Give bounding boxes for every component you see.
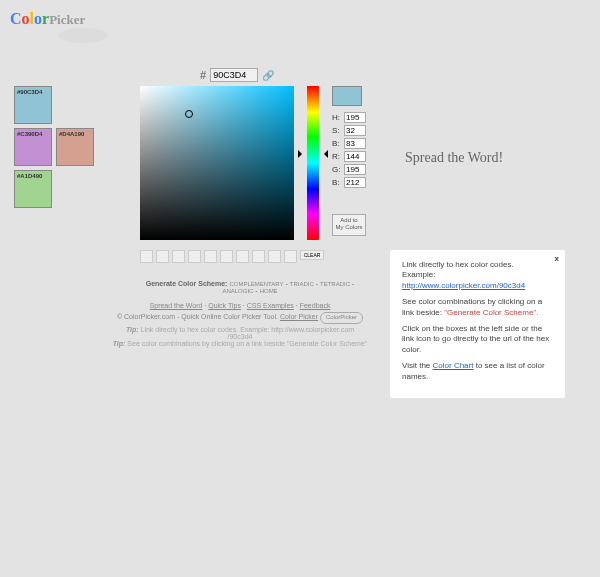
channel-inputs: H: S: B: R: G: B: xyxy=(332,112,366,190)
logo-cloud xyxy=(58,28,108,43)
scheme-link-analogic[interactable]: ANALOGIC xyxy=(222,288,253,294)
g-input[interactable] xyxy=(344,164,366,175)
info-p1: Link directly to hex color codes. xyxy=(402,260,514,269)
hue-slider[interactable] xyxy=(307,86,319,240)
history-slot[interactable] xyxy=(284,250,297,263)
link-icon[interactable]: 🔗 xyxy=(262,70,274,81)
close-icon[interactable]: x xyxy=(555,254,559,264)
info-p4a: Visit the xyxy=(402,361,433,370)
history-slot[interactable] xyxy=(140,250,153,263)
footer-link[interactable]: Spread the Word xyxy=(150,302,203,309)
footer: Spread the Word · Quick Tips · CSS Examp… xyxy=(100,300,380,324)
bl-label: B: xyxy=(332,178,344,187)
swatch-label: #C390D4 xyxy=(17,131,42,137)
swatch-label: #90C3D4 xyxy=(17,89,42,95)
tip-2-text: See color combinations by clicking on a … xyxy=(127,340,285,347)
hue-indicator-left xyxy=(298,150,306,158)
br-input[interactable] xyxy=(344,138,366,149)
swatch-3[interactable]: #A1D490 xyxy=(14,170,52,208)
tip-label: Tip: xyxy=(126,326,139,333)
info-p3: Click on the boxes at the left side or t… xyxy=(402,324,553,355)
hue-indicator-right xyxy=(320,150,328,158)
example-url-link[interactable]: http://www.colorpicker.com/90c3d4 xyxy=(402,281,525,290)
br-label: B: xyxy=(332,139,344,148)
r-label: R: xyxy=(332,152,344,161)
hex-input-area: # 🔗 xyxy=(200,68,274,82)
swatch-1[interactable]: #C390D4 xyxy=(14,128,52,166)
add-btn-line2: My Colors xyxy=(335,224,362,230)
footer-link[interactable]: CSS Examples xyxy=(247,302,294,309)
spread-the-word-heading: Spread the Word! xyxy=(405,150,503,166)
tip-2-quote: "Generate Color Scheme" xyxy=(287,340,367,347)
tip-label: Tip: xyxy=(113,340,126,347)
s-input[interactable] xyxy=(344,125,366,136)
picker-handle[interactable] xyxy=(185,110,193,118)
bl-input[interactable] xyxy=(344,177,366,188)
scheme-link-home[interactable]: HOME xyxy=(260,288,278,294)
hash-label: # xyxy=(200,69,206,81)
footer-link[interactable]: Quick Tips xyxy=(208,302,241,309)
info-p2b: "Generate Color Scheme". xyxy=(444,308,538,317)
history-slot[interactable] xyxy=(156,250,169,263)
scheme-title: Generate Color Scheme: xyxy=(146,280,228,287)
history-slot[interactable] xyxy=(220,250,233,263)
logo[interactable]: ColorPicker xyxy=(10,10,130,40)
color-preview xyxy=(332,86,362,106)
swatch-label: #A1D490 xyxy=(17,173,42,179)
history-slot[interactable] xyxy=(188,250,201,263)
history-slot[interactable] xyxy=(268,250,281,263)
info-p1-ex: Example: xyxy=(402,270,435,279)
swatch-0[interactable]: #90C3D4 xyxy=(14,86,52,124)
scheme-link-triadic[interactable]: TRIADIC xyxy=(290,281,314,287)
g-label: G: xyxy=(332,165,344,174)
h-label: H: xyxy=(332,113,344,122)
clear-button[interactable]: CLEAR xyxy=(300,250,324,260)
s-label: S: xyxy=(332,126,344,135)
history-slot[interactable] xyxy=(252,250,265,263)
copyright: © ColorPicker.com - Quick Online Color P… xyxy=(117,313,278,320)
color-picker-link[interactable]: Color Picker xyxy=(280,313,318,320)
logo-text: ColorPicker xyxy=(10,10,85,27)
history-slot[interactable] xyxy=(204,250,217,263)
h-input[interactable] xyxy=(344,112,366,123)
colorpicker-badge[interactable]: ColorPicker xyxy=(320,312,363,324)
hex-input[interactable] xyxy=(210,68,258,82)
add-btn-line1: Add to xyxy=(340,217,357,223)
footer-link[interactable]: Feedback xyxy=(300,302,331,309)
tip-1-hex: /90c3d4 xyxy=(228,333,253,340)
add-to-my-colors-button[interactable]: Add to My Colors xyxy=(332,214,366,236)
tip-1-text: Link directly to hex color codes. Exampl… xyxy=(141,326,355,333)
color-chart-link[interactable]: Color Chart xyxy=(433,361,474,370)
r-input[interactable] xyxy=(344,151,366,162)
history-swatches: CLEAR xyxy=(140,250,324,263)
tips: Tip: Link directly to hex color codes. E… xyxy=(100,326,380,347)
scheme-link-tetradic[interactable]: TETRADIC xyxy=(320,281,350,287)
history-slot[interactable] xyxy=(172,250,185,263)
info-panel: x Link directly to hex color codes. Exam… xyxy=(390,250,565,398)
swatch-label: #D4A190 xyxy=(59,131,84,137)
scheme-link-complementary[interactable]: COMPLEMENTARY xyxy=(229,281,283,287)
my-colors: #90C3D4 #C390D4 #D4A190 #A1D490 xyxy=(14,86,94,212)
swatch-2[interactable]: #D4A190 xyxy=(56,128,94,166)
history-slot[interactable] xyxy=(236,250,249,263)
saturation-brightness-picker[interactable] xyxy=(140,86,294,240)
generate-scheme: Generate Color Scheme: COMPLEMENTARY - T… xyxy=(140,280,360,294)
